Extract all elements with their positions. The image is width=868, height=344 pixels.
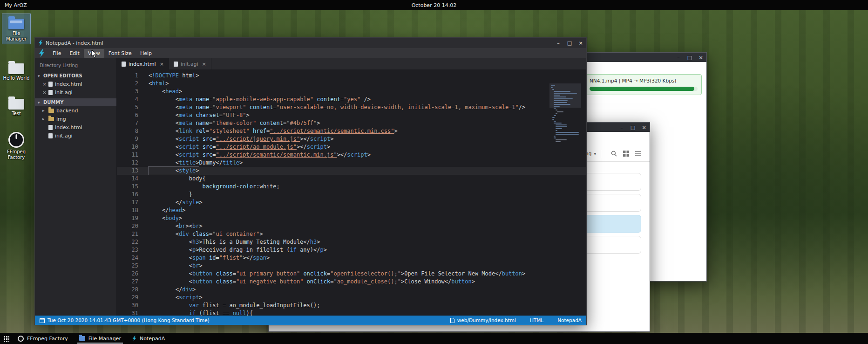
toolbar-divider [601, 150, 601, 158]
code-line[interactable]: 19 <body> [117, 214, 586, 222]
taskbar-app-notepada[interactable]: NotepadA [127, 333, 170, 344]
code-line[interactable]: 22 <h3>This is a Dummy Testing Module</h… [117, 238, 586, 246]
menu-edit[interactable]: Edit [65, 49, 83, 58]
taskbar-app-label: File Manager [88, 336, 121, 342]
maximize-button[interactable]: □ [564, 38, 575, 48]
status-app-name: NotepadA [557, 317, 582, 323]
progress-bar-track [590, 87, 698, 91]
code-line[interactable]: 31 if (flist == null){ [117, 310, 586, 316]
close-file-icon[interactable]: × [42, 89, 46, 96]
code-text: <!DOCTYPE html> [149, 72, 199, 80]
open-editor-item[interactable]: ×init.agi [35, 88, 116, 96]
chevron-right-icon: ▸ [42, 108, 46, 113]
code-text: </head> [149, 206, 186, 214]
desktop-icon-hello-world[interactable]: Hello World [2, 59, 30, 83]
code-line[interactable]: 16 } [117, 191, 586, 199]
code-editor[interactable]: 1<!DOCTYPE html>2<html>3 <head>4 <meta n… [117, 69, 586, 316]
code-line[interactable]: 23 <p>Received drag-in filelist (if any)… [117, 246, 586, 254]
close-file-icon[interactable]: × [42, 81, 46, 87]
minimize-button[interactable]: – [616, 123, 627, 132]
desktop-icon-label: Hello World [3, 76, 30, 81]
close-button[interactable]: × [638, 123, 650, 132]
close-button[interactable]: × [575, 38, 586, 48]
code-line[interactable]: 3 <head> [117, 88, 586, 96]
close-tab-icon[interactable]: × [160, 61, 164, 67]
code-line[interactable]: 20 <br><br> [117, 222, 586, 230]
notepada-window-controls: –□× [553, 38, 586, 48]
code-line[interactable]: 2<html> [117, 80, 586, 88]
project-folder-section[interactable]: ▾ DUMMY [35, 98, 116, 106]
code-text: <html> [149, 80, 169, 88]
code-line[interactable]: 14 body{ [117, 175, 586, 183]
tree-item-img[interactable]: ▸img [35, 115, 116, 123]
code-line[interactable]: 15 background-color:white; [117, 183, 586, 191]
code-line[interactable]: 26 <button class="ui primary button" onc… [117, 270, 586, 278]
taskbar-app-label: NotepadA [140, 336, 165, 342]
menu-font-size[interactable]: Font Size [104, 49, 136, 58]
code-line[interactable]: 17 </style> [117, 199, 586, 206]
line-number: 24 [117, 254, 138, 262]
minimap[interactable] [551, 85, 580, 316]
code-line[interactable]: 24 <span id="flist"></span> [117, 254, 586, 262]
tree-item-init.agi[interactable]: init.agi [35, 131, 116, 140]
tree-item-backend[interactable]: ▸backend [35, 106, 116, 115]
tab-index.html[interactable]: index.html× [117, 58, 169, 69]
menu-bar: FileEditViewFont SizeHelp [35, 48, 586, 58]
code-line[interactable]: 12 <title>Dummy</title> [117, 159, 586, 167]
tree-item-index.html[interactable]: index.html [35, 123, 116, 131]
code-line[interactable]: 10 <script src="../script/ao_module.js">… [117, 143, 586, 151]
aroz-menu[interactable]: My ArOZ [5, 2, 27, 8]
desktop-icon-file-manager[interactable]: File Manager [2, 14, 30, 44]
desktop-icon-test[interactable]: Test [2, 94, 30, 118]
tab-init.agi[interactable]: init.agi× [169, 58, 211, 69]
minimap-line [556, 141, 561, 142]
code-line[interactable]: 9 <script src="../script/jquery.min.js">… [117, 135, 586, 143]
code-line[interactable]: 28 </div> [117, 286, 586, 294]
desktop-icon-ffmpeg-factory[interactable]: FFmpeg Factory [2, 130, 30, 162]
menu-file[interactable]: File [48, 49, 65, 58]
code-line[interactable]: 7 <meta name="theme-color" content="#4b7… [117, 119, 586, 127]
grid-view-icon[interactable] [621, 149, 631, 159]
code-line[interactable]: 25 <br> [117, 262, 586, 270]
list-view-icon[interactable] [633, 149, 643, 159]
taskbar-app-file-manager[interactable]: File Manager [74, 333, 127, 344]
menu-view[interactable]: View [84, 49, 104, 58]
desktop: My ArOZ October 20 14:02 File ManagerHel… [0, 0, 868, 344]
minimize-button[interactable]: – [673, 53, 684, 62]
code-line[interactable]: 11 <script src="../script/semantic/seman… [117, 151, 586, 159]
start-menu-button[interactable] [0, 333, 12, 344]
code-text: <script src="../script/ao_module.js"></s… [149, 143, 330, 151]
taskbar-app-ffmpeg-factory[interactable]: FFmpeg Factory [12, 333, 74, 344]
ffmpeg-title-bar[interactable]: –□× [580, 53, 706, 62]
maximize-button[interactable]: □ [627, 123, 638, 132]
minimap-line [556, 130, 557, 131]
code-line[interactable]: 4 <meta name="apple-mobile-web-app-capab… [117, 96, 586, 103]
minimap-line [554, 104, 570, 105]
code-line[interactable]: 1<!DOCTYPE html> [117, 72, 586, 80]
window-notepada[interactable]: NotepadA - index.html –□× FileEditViewFo… [34, 37, 587, 325]
code-line[interactable]: 29 <script> [117, 294, 586, 302]
code-text: <link rel="stylesheet" href="../script/s… [149, 127, 398, 135]
code-line[interactable]: 5 <meta name="viewport" content="user-sc… [117, 103, 586, 111]
close-button[interactable]: × [695, 53, 706, 62]
search-icon[interactable] [609, 149, 619, 159]
minimize-button[interactable]: – [553, 38, 564, 48]
line-number: 15 [117, 183, 138, 191]
maximize-button[interactable]: □ [684, 53, 695, 62]
code-line[interactable]: 18 </head> [117, 206, 586, 214]
close-tab-icon[interactable]: × [202, 61, 206, 67]
code-line[interactable]: 30 var flist = ao_module_loadInputFiles(… [117, 302, 586, 310]
menu-help[interactable]: Help [136, 49, 156, 58]
code-line[interactable]: 27 <button class="ui negative button" on… [117, 278, 586, 286]
notepada-title-bar[interactable]: NotepadA - index.html –□× [35, 38, 586, 48]
open-editor-item[interactable]: ×index.html [35, 80, 116, 88]
folder-icon [8, 19, 24, 29]
code-text: <meta name="apple-mobile-web-app-capable… [149, 96, 371, 103]
file-icon [48, 82, 53, 87]
code-line[interactable]: 13 <style> [117, 167, 586, 175]
minimap-line [556, 139, 567, 140]
open-editors-section[interactable]: ▾ OPEN EDITORS [35, 72, 116, 80]
code-line[interactable]: 6 <meta charset="UTF-8"> [117, 111, 586, 119]
code-line[interactable]: 21 <div class="ui container"> [117, 230, 586, 238]
code-line[interactable]: 8 <link rel="stylesheet" href="../script… [117, 127, 586, 135]
